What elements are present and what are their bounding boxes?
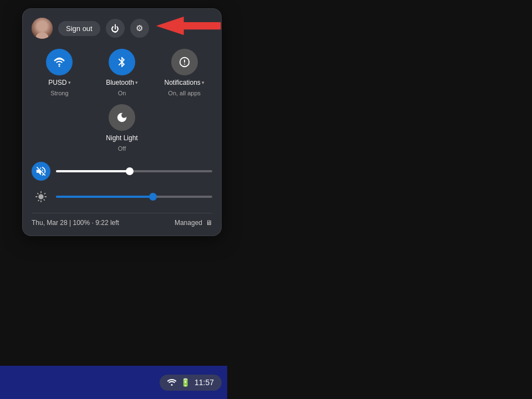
footer-date: Thu, Mar 28 bbox=[32, 219, 68, 227]
quick-settings-panel: Sign out ⏻ ⚙ PUSD ▾ Strong bbox=[22, 8, 222, 236]
nightlight-label: Night Light bbox=[106, 134, 137, 142]
wifi-sublabel: Strong bbox=[50, 90, 68, 96]
power-icon: ⏻ bbox=[111, 24, 119, 33]
wifi-dropdown-arrow: ▾ bbox=[68, 80, 71, 85]
footer-managed: Managed 🖥 bbox=[175, 219, 212, 227]
volume-slider-thumb bbox=[126, 167, 134, 175]
brightness-slider-track[interactable] bbox=[56, 196, 212, 198]
notifications-tile[interactable]: Notifications ▾ On, all apps bbox=[156, 49, 212, 96]
bluetooth-icon-bg bbox=[109, 49, 135, 75]
footer-battery: 100% · 9:22 left bbox=[73, 219, 119, 227]
volume-mute-icon bbox=[35, 165, 47, 177]
taskbar: 🔋 11:57 bbox=[0, 366, 227, 399]
notifications-label: Notifications ▾ bbox=[164, 79, 204, 86]
brightness-slider-thumb bbox=[149, 193, 157, 201]
bluetooth-tile[interactable]: Bluetooth ▾ On bbox=[94, 49, 150, 96]
brightness-slider-fill bbox=[56, 196, 153, 198]
notifications-sublabel: On, all apps bbox=[168, 90, 201, 96]
brightness-svg-icon bbox=[35, 191, 47, 203]
panel-footer: Thu, Mar 28 | 100% · 9:22 left Managed 🖥 bbox=[32, 213, 212, 227]
settings-button[interactable]: ⚙ bbox=[130, 19, 149, 38]
notifications-dropdown-arrow: ▾ bbox=[202, 80, 204, 85]
wifi-icon-bg bbox=[46, 49, 73, 75]
nightlight-sublabel: Off bbox=[118, 145, 126, 152]
bluetooth-label: Bluetooth ▾ bbox=[106, 79, 138, 86]
taskbar-time: 11:57 bbox=[195, 378, 214, 387]
brightness-slider-row bbox=[32, 187, 212, 206]
notifications-icon-bg bbox=[171, 49, 198, 75]
bluetooth-icon bbox=[116, 56, 128, 68]
nightlight-tile[interactable]: Night Light Off bbox=[32, 104, 212, 152]
volume-slider-track[interactable] bbox=[56, 170, 212, 172]
volume-mute-button[interactable] bbox=[32, 162, 50, 181]
svg-rect-3 bbox=[184, 64, 185, 65]
svg-rect-2 bbox=[184, 59, 185, 63]
taskbar-status-pill[interactable]: 🔋 11:57 bbox=[160, 375, 222, 391]
wifi-tile[interactable]: PUSD ▾ Strong bbox=[32, 49, 88, 96]
footer-date-battery: Thu, Mar 28 | 100% · 9:22 left bbox=[32, 219, 119, 227]
power-button[interactable]: ⏻ bbox=[106, 19, 125, 38]
bluetooth-sublabel: On bbox=[118, 90, 126, 96]
notifications-icon bbox=[178, 56, 191, 68]
tiles-row-2: Night Light Off bbox=[32, 104, 212, 152]
avatar[interactable] bbox=[32, 18, 53, 39]
managed-label: Managed bbox=[175, 219, 202, 227]
taskbar-battery-icon: 🔋 bbox=[181, 378, 190, 387]
volume-slider-row bbox=[32, 162, 212, 181]
tiles-row-1: PUSD ▾ Strong Bluetooth ▾ On bbox=[32, 49, 212, 96]
svg-point-0 bbox=[59, 65, 60, 67]
wifi-label: PUSD ▾ bbox=[48, 79, 70, 86]
brightness-icon bbox=[32, 187, 50, 206]
nightlight-icon-bg bbox=[109, 104, 135, 131]
volume-slider-fill bbox=[56, 170, 130, 172]
nightlight-icon bbox=[116, 111, 128, 124]
bluetooth-dropdown-arrow: ▾ bbox=[135, 80, 138, 85]
gear-icon: ⚙ bbox=[136, 23, 143, 33]
taskbar-wifi-icon bbox=[167, 378, 176, 387]
wifi-icon bbox=[53, 56, 65, 68]
managed-icon: 🖥 bbox=[206, 219, 212, 227]
avatar-image bbox=[32, 18, 53, 39]
sign-out-button[interactable]: Sign out bbox=[58, 21, 100, 36]
panel-header: Sign out ⏻ ⚙ bbox=[32, 18, 212, 39]
